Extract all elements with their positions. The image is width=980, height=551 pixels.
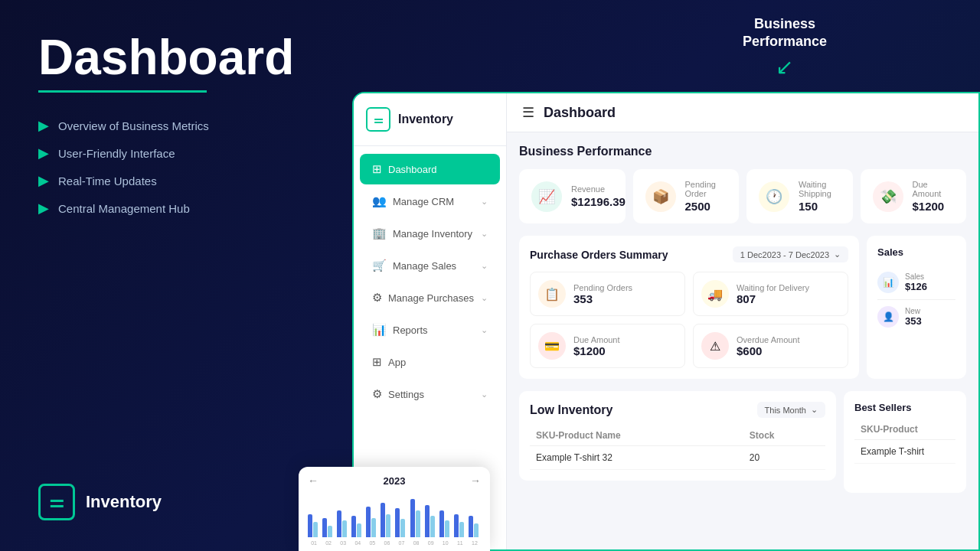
feature-check-icon: ▶ <box>38 172 49 189</box>
due-amount-info: Due Amount $1200 <box>913 180 955 213</box>
chart-bar-group <box>322 518 335 537</box>
content-area: Business Performance 📈 Revenue $12196.39 <box>507 132 978 505</box>
best-seller-name: Example T-shirt <box>854 440 956 464</box>
pending-orders-value: 353 <box>573 292 632 305</box>
chart-bar-blue <box>322 518 327 537</box>
chart-label: 09 <box>425 540 437 546</box>
chart-label: 11 <box>454 540 466 546</box>
feature-item: ▶Overview of Business Metrics <box>38 117 314 134</box>
pending-order-icon: 📦 <box>652 188 669 205</box>
sidebar-item-dashboard[interactable]: ⊞ Dashboard <box>360 154 500 184</box>
waiting-shipping-info: Waiting Shipping 150 <box>799 180 841 213</box>
chart-bar-light <box>371 518 376 537</box>
chart-bar-blue <box>395 508 400 537</box>
app-icon: ⊞ <box>372 355 382 369</box>
chart-bar-group <box>395 508 407 537</box>
metric-pending-order: 📦 Pending Order 2500 <box>633 169 740 223</box>
left-panel: Dashboard ▶Overview of Business Metrics▶… <box>0 0 352 551</box>
best-sellers-table: SKU-Product Example T-shirt <box>854 419 956 464</box>
due-amount-stat-label: Due Amount <box>573 335 620 344</box>
reports-chevron: ⌄ <box>481 325 488 335</box>
waiting-shipping-label: Waiting Shipping <box>799 180 841 198</box>
sales-stat-info: Sales $126 <box>905 272 927 292</box>
pending-order-info: Pending Order 2500 <box>685 180 727 213</box>
inventory-filter[interactable]: This Month ⌄ <box>757 402 825 418</box>
inventory-col-stock: Stock <box>743 425 825 446</box>
pending-orders-info: Pending Orders 353 <box>573 283 632 305</box>
sidebar-item-manage-purchases[interactable]: ⚙ Manage Purchases ⌄ <box>360 282 500 313</box>
chart-nav: ← 2023 → <box>308 474 481 487</box>
bottom-logo-box: ⚌ <box>38 484 75 520</box>
purchase-card-header: Purchase Orders Summary 1 Dec2023 - 7 De… <box>530 246 848 262</box>
chart-bar-blue <box>439 510 444 537</box>
metric-revenue: 📈 Revenue $12196.39 <box>519 169 626 223</box>
sidebar-item-manage-sales[interactable]: 🛒 Manage Sales ⌄ <box>360 250 500 281</box>
overdue-value: $600 <box>737 344 800 357</box>
chart-bar-group <box>381 503 393 537</box>
crm-label: Manage CRM <box>393 196 454 207</box>
chart-prev-btn[interactable]: ← <box>308 474 318 487</box>
date-filter[interactable]: 1 Dec2023 - 7 Dec2023 ⌄ <box>733 246 848 262</box>
sidebar-item-app[interactable]: ⊞ App <box>360 347 500 377</box>
chart-label: 07 <box>395 540 407 546</box>
metric-waiting-shipping: 🕐 Waiting Shipping 150 <box>746 169 853 223</box>
chart-bar-light <box>445 520 449 537</box>
chart-bar-blue <box>454 514 459 537</box>
product-name: Example T-shirt 32 <box>530 446 743 470</box>
new-stat-value: 353 <box>905 315 922 327</box>
chart-bar-blue <box>381 503 385 537</box>
chart-label: 03 <box>337 540 349 546</box>
low-inventory-title: Low Inventory <box>530 403 612 417</box>
feature-item: ▶User-Friendly Interface <box>38 145 314 161</box>
inventory-label: Manage Inventory <box>393 228 472 240</box>
chart-bar-blue <box>425 505 430 537</box>
settings-label: Settings <box>388 389 424 400</box>
chart-next-btn[interactable]: → <box>470 474 481 487</box>
inventory-filter-chevron: ⌄ <box>811 405 818 415</box>
pending-order-value: 2500 <box>685 200 727 213</box>
waiting-delivery-icon: 🚚 <box>701 280 729 308</box>
chart-bar-light <box>400 519 405 537</box>
sales-chevron: ⌄ <box>481 261 488 271</box>
purchase-sales-row: Purchase Orders Summary 1 Dec2023 - 7 De… <box>519 236 966 379</box>
sidebar-header: ⚌ Inventory <box>354 93 506 146</box>
chart-bar-light <box>459 522 464 537</box>
chart-bar-light <box>328 526 332 537</box>
bottom-logo-text: Inventory <box>86 492 162 512</box>
business-performance-section: Business Performance 📈 Revenue $12196.39 <box>519 145 966 223</box>
sidebar-item-manage-crm[interactable]: 👥 Manage CRM ⌄ <box>360 186 500 217</box>
hamburger-icon[interactable]: ☰ <box>522 104 534 121</box>
metric-due-amount: 💸 Due Amount $1200 <box>861 169 967 223</box>
inventory-chevron: ⌄ <box>481 229 488 239</box>
sales-stat-value: $126 <box>905 281 927 292</box>
sidebar-item-manage-inventory[interactable]: 🏢 Manage Inventory ⌄ <box>360 218 500 249</box>
chart-bar-group <box>366 507 378 537</box>
sidebar-logo-icon: ⚌ <box>366 107 390 132</box>
chart-bar-blue <box>308 514 312 537</box>
revenue-icon: 📈 <box>538 188 555 205</box>
annotation-arrow: ↙ <box>743 54 827 80</box>
reports-label: Reports <box>393 324 428 336</box>
sidebar-item-settings[interactable]: ⚙ Settings ⌄ <box>360 379 500 409</box>
due-amount-stat-value: $1200 <box>573 344 620 357</box>
low-inventory-section: Low Inventory This Month ⌄ SKU-Product N… <box>519 391 836 481</box>
pending-orders-label: Pending Orders <box>573 283 632 292</box>
sales-stat-icon: 📊 <box>877 272 899 293</box>
sales-stat-label: Sales <box>905 272 927 281</box>
feature-item: ▶Central Management Hub <box>38 200 314 217</box>
stat-overdue-amount: ⚠ Overdue Amount $600 <box>693 324 848 368</box>
feature-check-icon: ▶ <box>38 117 49 134</box>
crm-icon: 👥 <box>372 194 387 208</box>
sidebar-item-reports[interactable]: 📊 Reports ⌄ <box>360 315 500 345</box>
dashboard-label: Dashboard <box>388 164 437 175</box>
overdue-label: Overdue Amount <box>737 335 800 344</box>
chart-bar-light <box>313 522 318 537</box>
dashboard-icon: ⊞ <box>372 162 382 176</box>
chart-bar-light <box>474 523 479 537</box>
pending-order-icon-wrap: 📦 <box>645 181 676 212</box>
chart-bar-blue <box>410 499 415 537</box>
purchases-chevron: ⌄ <box>481 293 488 303</box>
app-label: App <box>388 357 406 368</box>
chart-bar-light <box>342 520 347 537</box>
sidebar-title: Inventory <box>398 112 453 126</box>
